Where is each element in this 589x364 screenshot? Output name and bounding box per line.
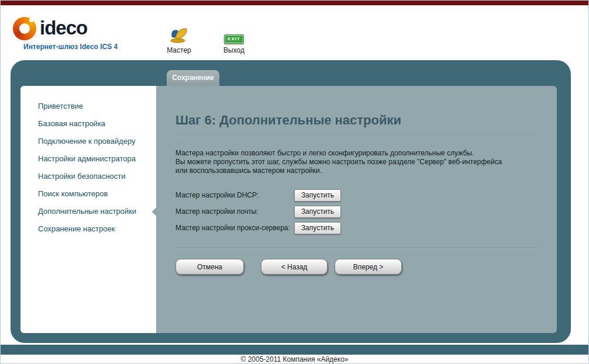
wizard-row-mail: Мастер настройки почты: Запустить: [175, 203, 539, 220]
description-line: Вы можете пропустить этот шаг, службы мо…: [175, 158, 539, 167]
wizard-row-dhcp: Мастер настройки DHCP: Запустить: [175, 187, 539, 203]
launch-mail-wizard-button[interactable]: Запустить: [294, 206, 341, 218]
launch-dhcp-wizard-button[interactable]: Запустить: [294, 189, 341, 202]
sidebar-item-provider-connection[interactable]: Подключение к провайдеру: [20, 133, 156, 150]
sidebar-item-additional-settings[interactable]: Дополнительные настройки: [20, 203, 156, 220]
copyright-text: © 2005-2011 Компания «Айдеко»: [0, 355, 589, 363]
wizard-row-proxy: Мастер настройки прокси-сервера: Запусти…: [175, 220, 539, 236]
exit-sign-text: EXIT: [224, 34, 244, 44]
sidebar-item-security-settings[interactable]: Настройки безопасности: [20, 168, 156, 185]
wizard-row-label: Мастер настройки DHCP:: [175, 191, 294, 199]
footer-bar: [0, 345, 589, 355]
buttons-divider: [175, 248, 539, 249]
top-accent-bar: [0, 0, 589, 5]
sidebar-item-basic-setup[interactable]: Базовая настройка: [20, 115, 156, 133]
wizard-icon: [157, 19, 201, 44]
wizard-launch-list: Мастер настройки DHCP: Запустить Мастер …: [175, 187, 539, 236]
launch-proxy-wizard-button[interactable]: Запустить: [294, 222, 341, 234]
wizard-row-label: Мастер настройки прокси-сервера:: [175, 224, 294, 232]
toolbar-exit-label: Выход: [212, 46, 256, 54]
sidebar-item-label: Настройки администратора: [38, 154, 136, 163]
sidebar-item-label: Базовая настройка: [38, 119, 105, 128]
wizard-steps-sidebar: Приветствие Базовая настройка Подключени…: [20, 86, 156, 333]
wizard-nav-buttons: Отмена < Назад Вперед >: [175, 259, 539, 275]
sidebar-item-label: Настройки безопасности: [38, 172, 126, 181]
wizard-inner-panel: Приветствие Базовая настройка Подключени…: [20, 86, 557, 333]
wizard-step-content: Шаг 6: Дополнительные настройки Мастера …: [156, 86, 557, 333]
title-divider: [175, 135, 539, 136]
toolbar-item-exit[interactable]: EXIT Выход: [212, 19, 256, 54]
tab-save[interactable]: Сохранение: [167, 70, 219, 86]
ideco-logo-icon: [13, 17, 36, 40]
sidebar-item-computer-search[interactable]: Поиск компьютеров: [20, 185, 156, 203]
sidebar-item-admin-settings[interactable]: Настройки администратора: [20, 150, 156, 168]
toolbar-item-master[interactable]: Мастер: [157, 19, 201, 54]
toolbar-master-label: Мастер: [157, 46, 201, 54]
wizard-row-label: Мастер настройки почты:: [175, 207, 294, 216]
description-line: или воспользовавшись мастером настройки.: [175, 167, 539, 175]
wizard-container: Сохранение Приветствие Базовая настройка…: [11, 60, 571, 343]
sidebar-item-welcome[interactable]: Приветствие: [20, 98, 156, 115]
step-description: Мастера настройки позволяют быстро и лег…: [175, 149, 539, 175]
product-subtitle: Интернет-шлюз Ideco ICS 4: [23, 43, 118, 51]
description-line: Мастера настройки позволяют быстро и лег…: [175, 149, 539, 158]
logo-text: ideco: [40, 17, 87, 39]
sidebar-item-save-settings[interactable]: Сохранение настроек: [20, 220, 156, 238]
sidebar-item-label: Приветствие: [38, 102, 83, 110]
sidebar-item-label: Поиск компьютеров: [38, 189, 108, 198]
page-title: Шаг 6: Дополнительные настройки: [175, 113, 539, 128]
next-button[interactable]: Вперед >: [335, 259, 402, 275]
sidebar-item-label: Дополнительные настройки: [38, 207, 136, 216]
sidebar-item-label: Подключение к провайдеру: [38, 137, 136, 145]
app-header: ideco Интернет-шлюз Ideco ICS 4 Мастер E…: [0, 5, 589, 60]
back-button[interactable]: < Назад: [261, 259, 328, 275]
exit-icon: EXIT: [212, 19, 256, 44]
cancel-button[interactable]: Отмена: [175, 259, 244, 275]
sidebar-item-label: Сохранение настроек: [38, 224, 115, 233]
